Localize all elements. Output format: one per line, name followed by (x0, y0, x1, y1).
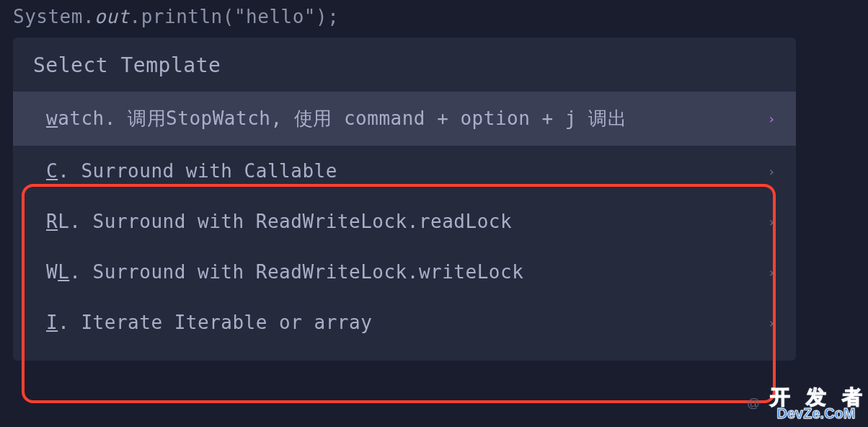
popup-title: Select Template (13, 50, 796, 92)
watermark-line1: 开 发 者 (770, 387, 862, 408)
template-item-0[interactable]: watch. 调用StopWatch, 使用 command + option … (13, 92, 796, 146)
chevron-right-icon: › (768, 315, 776, 330)
code-token-println: println (141, 6, 223, 27)
template-list: watch. 调用StopWatch, 使用 command + option … (13, 92, 796, 348)
code-token-dot: . (130, 6, 141, 27)
watermark-line2: DevZe.CoM (770, 406, 862, 421)
select-template-popup: Select Template watch. 调用StopWatch, 使用 c… (13, 38, 796, 361)
watermark-char: 发 (806, 387, 826, 408)
watermark-secondary: @ (747, 396, 760, 411)
code-token-semi: ; (327, 6, 339, 27)
code-token-dot: . (83, 6, 94, 27)
code-token-lparen: ( (223, 6, 234, 27)
template-item-label: C. Surround with Callable (46, 160, 753, 182)
code-token-string: "hello" (234, 6, 316, 27)
chevron-right-icon: › (768, 214, 776, 229)
watermark-primary: 开 发 者 DevZe.CoM (770, 387, 862, 421)
template-item-label: I. Iterate Iterable or array (46, 312, 753, 333)
code-token-rparen: ) (316, 6, 327, 27)
chevron-right-icon: › (768, 111, 776, 126)
code-token-system: System (13, 6, 83, 27)
template-item-label: watch. 调用StopWatch, 使用 command + option … (46, 106, 753, 131)
template-item-4[interactable]: I. Iterate Iterable or array› (13, 297, 796, 348)
watermark-char: 者 (842, 387, 862, 408)
template-item-label: WL. Surround with ReadWriteLock.writeLoc… (46, 261, 753, 283)
code-line: System.out.println("hello"); (0, 0, 868, 33)
watermark-char: 开 (770, 387, 790, 408)
template-item-2[interactable]: RL. Surround with ReadWriteLock.readLock… (13, 196, 796, 247)
code-token-out: out (94, 6, 129, 27)
template-item-label: RL. Surround with ReadWriteLock.readLock (46, 211, 753, 232)
template-item-3[interactable]: WL. Surround with ReadWriteLock.writeLoc… (13, 247, 796, 297)
chevron-right-icon: › (768, 265, 776, 280)
template-item-1[interactable]: C. Surround with Callable› (13, 146, 796, 196)
chevron-right-icon: › (768, 164, 776, 179)
